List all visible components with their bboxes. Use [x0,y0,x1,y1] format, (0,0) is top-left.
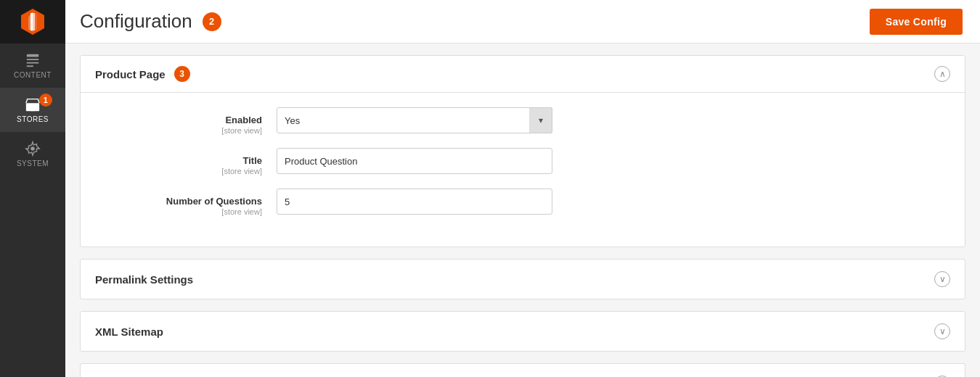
magento-logo-icon [18,7,47,36]
sidebar-item-content[interactable]: CONTENT [0,44,65,88]
svg-rect-4 [33,13,35,30]
sidebar-logo [0,0,65,44]
title-control [277,148,552,174]
permalink-settings-section: Permalink Settings ∨ [80,259,965,299]
main-area: Configuration 2 Save Config Product Page… [65,0,980,377]
svg-rect-3 [30,13,33,30]
content-area: Product Page 3 ∧ Enabled [store view] [65,44,980,377]
xml-sitemap-title: XML Sitemap [95,326,163,338]
number-of-questions-label: Number of Questions [store view] [102,188,262,216]
svg-rect-10 [30,106,35,111]
category-top-navigation-header[interactable]: Category Top Navigation ∨ [81,364,965,377]
sidebar-item-content-label: CONTENT [14,71,52,79]
header-left: Configuration 2 [80,10,221,33]
enabled-select-wrapper: Yes No ▾ [277,107,552,133]
number-of-questions-input[interactable] [277,188,552,215]
category-top-navigation-section: Category Top Navigation ∨ [80,363,965,377]
svg-rect-5 [27,54,39,57]
page-title: Configuration [80,10,192,33]
number-of-questions-field-row: Number of Questions [store view] [102,188,943,216]
sidebar: CONTENT 1 STORES SYSTEM [0,0,65,377]
permalink-settings-title: Permalink Settings [95,273,193,286]
xml-sitemap-section: XML Sitemap ∨ [80,311,965,352]
product-page-section: Product Page 3 ∧ Enabled [store view] [80,55,965,247]
xml-sitemap-header[interactable]: XML Sitemap ∨ [81,312,965,351]
svg-rect-6 [27,59,39,60]
page-header: Configuration 2 Save Config [65,0,980,44]
content-icon [25,52,41,68]
xml-sitemap-chevron-icon[interactable]: ∨ [934,323,950,339]
product-page-chevron-up-icon[interactable]: ∧ [934,66,950,82]
title-field-row: Title [store view] [102,148,943,175]
svg-rect-8 [27,65,33,67]
title-label: Title [store view] [102,148,262,175]
enabled-label: Enabled [store view] [102,107,262,135]
svg-rect-7 [27,62,39,64]
sidebar-item-stores[interactable]: 1 STORES [0,88,65,132]
svg-rect-12 [36,105,38,108]
system-icon [25,141,41,157]
save-config-button[interactable]: Save Config [870,9,963,35]
permalink-settings-header[interactable]: Permalink Settings ∨ [81,260,965,299]
number-of-questions-control [277,188,552,215]
sidebar-item-stores-label: STORES [17,115,49,123]
product-page-badge: 3 [174,66,190,82]
product-page-section-body: Enabled [store view] Yes No ▾ [81,93,965,246]
svg-point-14 [31,147,35,151]
permalink-settings-chevron-icon[interactable]: ∨ [934,271,950,287]
stores-badge: 1 [39,94,52,107]
title-input[interactable] [277,148,552,174]
enabled-field-row: Enabled [store view] Yes No ▾ [102,107,943,135]
product-page-section-header[interactable]: Product Page 3 ∧ [81,56,965,93]
header-badge: 2 [203,12,221,31]
sidebar-item-system-label: SYSTEM [17,160,49,167]
enabled-select[interactable]: Yes No [277,107,552,133]
product-page-section-title: Product Page 3 [95,66,190,82]
stores-icon [25,96,41,112]
sidebar-item-system[interactable]: SYSTEM [0,132,65,176]
enabled-control: Yes No ▾ [277,107,552,133]
svg-rect-11 [28,105,30,108]
